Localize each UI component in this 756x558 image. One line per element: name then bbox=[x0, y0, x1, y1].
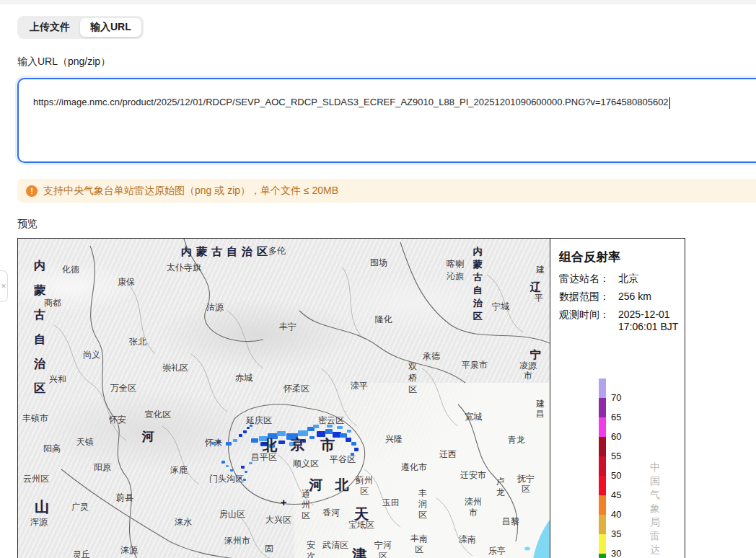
radar-echo bbox=[226, 465, 229, 467]
scale-segment bbox=[599, 476, 606, 495]
input-mode-tabs: 上传文件 输入URL bbox=[17, 16, 144, 39]
range-label: 数据范围： bbox=[559, 291, 618, 303]
text-caret bbox=[669, 97, 671, 109]
exclamation-circle-icon: ! bbox=[26, 185, 38, 197]
radar-echo bbox=[327, 425, 333, 428]
radar-echo bbox=[300, 439, 306, 443]
scale-label: 65 bbox=[611, 412, 633, 422]
radar-echo bbox=[313, 425, 319, 428]
legend-title: 组合反射率 bbox=[559, 249, 685, 265]
radar-echo bbox=[241, 466, 245, 469]
preview-label: 预览 bbox=[17, 218, 38, 231]
radar-echo bbox=[260, 442, 268, 446]
warning-alert-text: 支持中央气象台单站雷达原始图（png 或 zip），单个文件 ≤ 20MB bbox=[43, 185, 338, 198]
radar-echo bbox=[289, 442, 296, 446]
cma-watermark: 中 国 气 象 局 雷 达 bbox=[650, 461, 660, 557]
scale-label: 70 bbox=[611, 392, 633, 403]
radar-echo bbox=[346, 438, 351, 442]
radar-echo bbox=[239, 477, 242, 479]
radar-echo bbox=[286, 433, 298, 440]
warning-alert: ! 支持中央气象台单站雷达原始图（png 或 zip），单个文件 ≤ 20MB bbox=[17, 179, 756, 203]
radar-echo bbox=[251, 438, 258, 443]
scale-segment bbox=[599, 417, 606, 437]
radar-echo bbox=[233, 439, 237, 442]
url-input-value: https://image.nmc.cn/product/2025/12/01/… bbox=[33, 97, 669, 107]
radar-echo bbox=[325, 429, 333, 434]
sea-area bbox=[533, 520, 550, 558]
radar-echo bbox=[243, 430, 247, 433]
station-label: 雷达站名： bbox=[559, 273, 618, 285]
tab-input-url[interactable]: 输入URL bbox=[80, 18, 141, 37]
radar-echo bbox=[221, 461, 225, 464]
scale-segment bbox=[599, 534, 606, 554]
url-input[interactable]: https://image.nmc.cn/product/2025/12/01/… bbox=[17, 78, 756, 163]
radar-echo bbox=[351, 453, 354, 456]
radar-echo bbox=[277, 431, 286, 436]
close-icon: ✕ bbox=[1, 283, 6, 290]
obstime-label: 观测时间： bbox=[559, 309, 618, 333]
map-boundary-lines bbox=[18, 239, 550, 558]
radar-echo bbox=[354, 448, 359, 451]
radar-echo bbox=[259, 436, 268, 441]
scale-segment bbox=[599, 437, 606, 456]
page-top-edge bbox=[0, 0, 756, 4]
radar-preview-image[interactable]: 内 蒙 古 自 治 区内蒙古自治区内 蒙 古 自 治 区多伦化德康保太仆寺旗围场… bbox=[17, 238, 685, 558]
collapse-handle[interactable]: ✕ bbox=[0, 270, 8, 302]
scale-segment bbox=[599, 456, 606, 476]
scale-label: 35 bbox=[611, 528, 633, 539]
radar-echo bbox=[268, 433, 278, 439]
radar-echo bbox=[249, 462, 252, 464]
radar-echo bbox=[298, 430, 308, 436]
radar-echo bbox=[317, 431, 325, 437]
station-value: 北京 bbox=[618, 273, 638, 285]
radar-echo bbox=[230, 469, 233, 471]
radar-echo bbox=[226, 442, 232, 446]
tab-upload-file[interactable]: 上传文件 bbox=[19, 18, 80, 37]
scale-segment bbox=[599, 398, 606, 417]
radar-echo bbox=[211, 442, 216, 445]
radar-echo bbox=[337, 426, 343, 429]
scale-label: 45 bbox=[611, 490, 633, 500]
scale-segment bbox=[599, 554, 606, 558]
radar-legend-panel: 组合反射率 雷达站名： 北京 数据范围： 256 km 观测时间： 2025-1… bbox=[550, 239, 685, 558]
scale-label: 40 bbox=[611, 509, 633, 520]
radar-echo bbox=[278, 440, 285, 444]
radar-echo bbox=[269, 444, 275, 448]
radar-echo bbox=[217, 440, 221, 443]
range-value: 256 km bbox=[618, 291, 651, 303]
obstime-value: 2025-12-01 17:06:01 BJT bbox=[618, 309, 678, 333]
radar-echo bbox=[347, 430, 351, 433]
scale-label: 30 bbox=[611, 548, 633, 558]
scale-segment bbox=[599, 378, 606, 398]
scale-label: 50 bbox=[611, 470, 633, 481]
scale-label: 60 bbox=[611, 431, 633, 442]
radar-echo bbox=[239, 434, 242, 437]
radar-echo bbox=[243, 479, 246, 481]
url-field-label: 输入URL（png/zip） bbox=[17, 56, 110, 68]
scale-segment bbox=[599, 495, 606, 515]
radar-echo bbox=[250, 425, 252, 427]
scale-segment bbox=[599, 515, 606, 534]
radar-map: 内 蒙 古 自 治 区内蒙古自治区内 蒙 古 自 治 区多伦化德康保太仆寺旗围场… bbox=[18, 239, 550, 558]
radar-echo bbox=[309, 436, 315, 439]
reflectivity-color-scale bbox=[599, 378, 606, 558]
radar-echo bbox=[351, 442, 356, 446]
radar-echo bbox=[247, 427, 250, 429]
radar-echo bbox=[245, 471, 247, 473]
scale-label: 55 bbox=[611, 451, 633, 461]
